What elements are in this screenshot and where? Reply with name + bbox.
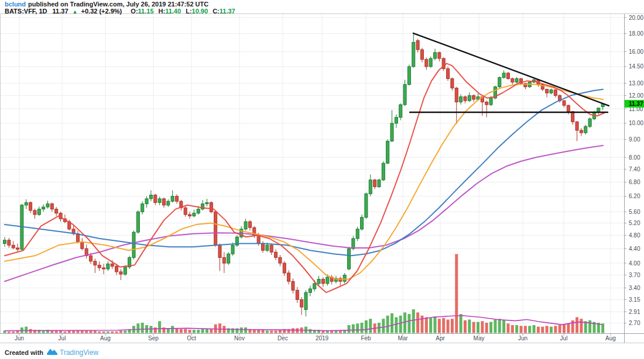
candle-body xyxy=(567,105,570,112)
volume-bar xyxy=(98,332,101,333)
volume-bar xyxy=(205,329,208,333)
candle-body xyxy=(257,235,260,243)
volume-bar xyxy=(447,320,450,333)
volume-bar xyxy=(107,332,109,333)
volume-bar xyxy=(438,319,441,333)
time-axis-label: Aug xyxy=(100,335,111,341)
volume-bar xyxy=(541,327,544,333)
volume-bar xyxy=(416,312,419,333)
up-arrow-icon: ▲ xyxy=(73,9,78,15)
price-axis-label: 2.70 xyxy=(629,320,640,326)
ma-slow-100 xyxy=(5,89,603,256)
candle-body xyxy=(321,279,324,284)
volume-bar xyxy=(546,326,549,333)
volume-bar xyxy=(85,330,88,333)
candle-body xyxy=(498,78,501,87)
candle-body xyxy=(176,196,179,202)
candle-body xyxy=(464,97,467,101)
volume-bar xyxy=(425,317,428,333)
volume-bar xyxy=(580,319,583,333)
created-with-text: Created with xyxy=(5,349,43,356)
volume-bar xyxy=(559,325,561,333)
volume-bar xyxy=(253,330,256,333)
candle-body xyxy=(515,79,518,82)
candle-body xyxy=(361,218,364,229)
tradingview-brand-link[interactable]: TradingView xyxy=(60,348,98,357)
time-axis-label: Aug xyxy=(605,335,616,341)
candle-body xyxy=(158,199,161,202)
candle-body xyxy=(124,267,126,274)
candle-body xyxy=(455,88,458,102)
candle-body xyxy=(584,126,587,133)
candle-body xyxy=(416,40,419,50)
candle-body xyxy=(248,222,251,227)
price-chart-canvas[interactable]: 20.0018.0016.0014.5013.0012.0011.0010.00… xyxy=(0,0,644,359)
candle-body xyxy=(369,180,372,194)
volume-bar xyxy=(481,321,484,333)
candle-body xyxy=(472,95,475,99)
volume-bar xyxy=(171,326,174,333)
publisher-link[interactable]: bclund xyxy=(5,1,26,8)
volume-bar xyxy=(292,328,294,333)
low-value: 10.90 xyxy=(192,8,208,15)
volume-bar xyxy=(442,318,445,333)
candle-body xyxy=(571,112,574,122)
volume-bar xyxy=(102,332,105,333)
volume-bar xyxy=(399,316,402,333)
volume-bar xyxy=(369,319,372,333)
volume-bar xyxy=(502,320,505,333)
volume-bar xyxy=(412,309,415,333)
candle-body xyxy=(356,229,359,239)
candle-body xyxy=(218,245,221,257)
candle-body xyxy=(550,90,553,93)
change-text: +0.32 (+2.9%) xyxy=(81,8,122,15)
time-axis-label: Nov xyxy=(234,335,245,341)
volume-bar xyxy=(50,330,53,333)
candle-body xyxy=(425,60,428,67)
volume-bar xyxy=(468,320,471,333)
symbol-line: BATS:VFF, 1D 11.37 ▲ +0.32 (+2.9%) O:11.… xyxy=(5,8,235,15)
candle-body xyxy=(429,58,432,67)
volume-bar xyxy=(270,330,273,333)
volume-bar xyxy=(477,322,479,333)
close-label: C: xyxy=(213,8,220,15)
volume-bar xyxy=(154,327,157,333)
volume-bar xyxy=(141,323,144,333)
price-axis-label: 8.00 xyxy=(629,154,640,161)
volume-bar xyxy=(511,325,514,333)
volume-bar xyxy=(296,328,299,333)
candle-body xyxy=(511,79,514,82)
volume-bar xyxy=(193,330,196,333)
volume-bar xyxy=(266,330,269,333)
volume-bar xyxy=(334,330,337,333)
time-axis-label: Jun xyxy=(518,335,527,341)
candle-body xyxy=(304,292,307,309)
candle-body xyxy=(395,118,398,123)
volume-bar xyxy=(348,325,351,333)
candle-body xyxy=(434,53,437,58)
time-axis-label: Jul xyxy=(560,335,568,341)
price-axis-label: 3.40 xyxy=(629,285,640,291)
volume-bar xyxy=(460,314,463,333)
volume-bar xyxy=(119,330,122,333)
descending-trendline[interactable] xyxy=(413,33,609,106)
candle-body xyxy=(25,202,28,205)
time-axis-label: Dec xyxy=(278,335,288,341)
price-axis-label: 20.00 xyxy=(629,15,643,21)
volume-bar xyxy=(356,323,359,333)
candle-body xyxy=(576,122,578,130)
price-axis-label: 12.00 xyxy=(629,92,643,99)
candle-body xyxy=(167,201,170,205)
candle-body xyxy=(149,195,152,199)
candle-body xyxy=(343,275,346,281)
candle-body xyxy=(403,84,406,105)
volume-bar xyxy=(218,323,221,333)
time-axis-label: May xyxy=(474,335,485,341)
volume-bar xyxy=(395,317,398,333)
candle-body xyxy=(313,284,316,289)
candle-body xyxy=(222,257,225,263)
volume-bar xyxy=(12,332,15,333)
price-axis-label: 6.80 xyxy=(629,179,640,185)
price-axis-label: 5.20 xyxy=(629,220,640,226)
candle-body xyxy=(386,141,389,163)
